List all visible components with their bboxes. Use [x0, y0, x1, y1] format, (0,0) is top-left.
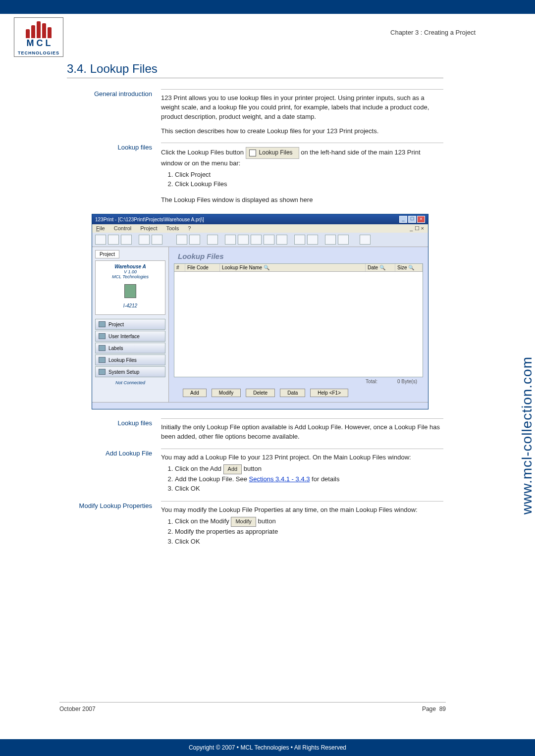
tool-new-icon[interactable] — [95, 235, 106, 245]
right-panel: Lookup Files # File Code Lookup File Nam… — [169, 247, 428, 402]
page-footer: October 2007 Page 89 — [59, 702, 446, 712]
col-code[interactable]: File Code — [185, 264, 220, 271]
mdi-controls[interactable]: _ ☐ × — [410, 225, 424, 232]
add-steps: Click on the Add Add button Add the Look… — [175, 464, 443, 494]
nav-labels[interactable]: Labels — [95, 343, 165, 353]
minimize-icon[interactable]: _ — [399, 216, 407, 223]
project-company: MCL Technologies — [97, 274, 164, 279]
btn-add[interactable]: Add — [183, 389, 207, 397]
label-add: Add Lookup File — [67, 449, 161, 457]
add-li2: Add the Lookup File. See Sections 3.4.1 … — [175, 475, 443, 484]
list-icon — [99, 357, 106, 363]
main-content: 3.4. Lookup Files General introduction 1… — [67, 62, 443, 554]
sections-link[interactable]: Sections 3.4.1 - 3.4.3 — [249, 475, 310, 483]
general-p2: This section describes how to create Loo… — [161, 127, 443, 136]
table-buttons: Add Modify Delete Data Help <F1> — [174, 386, 423, 399]
toolbar — [92, 233, 428, 247]
menu-tools[interactable]: Tools — [166, 225, 179, 232]
tool-clock-icon[interactable] — [294, 235, 305, 245]
btn-help[interactable]: Help <F1> — [310, 389, 348, 397]
label-general: General introduction — [67, 89, 161, 98]
chapter-header: Chapter 3 : Creating a Project — [390, 29, 476, 36]
menu-bar: File Control Project Tools ? _ ☐ × — [92, 224, 428, 233]
row-add: Add Lookup File You may add a Lookup Fil… — [67, 449, 443, 494]
btn-data[interactable]: Data — [280, 389, 305, 397]
col-size[interactable]: Size 🔍 — [395, 264, 423, 271]
tool-print-icon[interactable] — [152, 235, 162, 245]
label-lookup2: Lookup files — [67, 418, 161, 427]
modify-li3: Click OK — [175, 537, 443, 547]
project-name: Warehouse A — [97, 264, 164, 269]
lookup1-after: The Lookup Files window is displayed as … — [161, 196, 443, 205]
mcl-logo: M C L TECHNOLOGIES — [14, 17, 63, 57]
nav-lookup-files[interactable]: Lookup Files — [95, 354, 165, 365]
section-heading: 3.4. Lookup Files — [67, 62, 443, 78]
copyright-bar: Copyright © 2007 • MCL Technologies • Al… — [0, 739, 535, 756]
nav-system-setup[interactable]: System Setup — [95, 366, 165, 377]
footer-date: October 2007 — [59, 706, 96, 712]
tool-send2-icon[interactable] — [189, 235, 200, 245]
tool-d-icon[interactable] — [264, 235, 274, 245]
list-icon — [249, 150, 256, 156]
tool-screen-icon[interactable] — [307, 235, 318, 245]
modify-li1: Click on the Modify Modify button — [175, 517, 443, 527]
col-name[interactable]: Lookup File Name 🔍 — [220, 264, 366, 271]
lookup1-steps: Click Project Click Lookup Files — [175, 170, 443, 190]
nav-project[interactable]: Project — [95, 319, 165, 330]
lookup1-li1: Click Project — [175, 170, 443, 180]
tool-send-icon[interactable] — [176, 235, 187, 245]
btn-delete[interactable]: Delete — [246, 389, 275, 397]
lookup1-lead: Click the Lookup Files button Lookup Fil… — [161, 147, 443, 168]
total-value: 0 Byte(s) — [397, 379, 417, 384]
col-date[interactable]: Date 🔍 — [366, 264, 395, 271]
tool-save-icon[interactable] — [121, 235, 132, 245]
printer-model: I-4212 — [97, 303, 164, 308]
project-info-box: Warehouse A V 1.00 MCL Technologies I-42… — [95, 260, 165, 315]
tool-c-icon[interactable] — [251, 235, 262, 245]
menu-project[interactable]: Project — [140, 225, 157, 232]
search-icon[interactable]: 🔍 — [379, 265, 385, 270]
tool-a-icon[interactable] — [225, 235, 236, 245]
total-row: Total: 0 Byte(s) — [174, 377, 423, 386]
tool-open-icon[interactable] — [108, 235, 119, 245]
project-tab[interactable]: Project — [95, 250, 119, 258]
row-general: General introduction 123 Print allows yo… — [67, 89, 443, 136]
tool-help-icon[interactable] — [360, 235, 371, 245]
maximize-icon[interactable]: ☐ — [408, 216, 416, 223]
tool-b-icon[interactable] — [238, 235, 249, 245]
btn-modify[interactable]: Modify — [212, 389, 241, 397]
tool-grid-icon[interactable] — [276, 235, 287, 245]
tool-connect-icon[interactable] — [139, 235, 150, 245]
search-icon[interactable]: 🔍 — [264, 265, 269, 270]
modify-steps: Click on the Modify Modify button Modify… — [175, 517, 443, 547]
label-icon — [99, 345, 106, 351]
footer-page: Page 89 — [422, 706, 446, 712]
menu-file[interactable]: File — [96, 225, 105, 232]
nav-user-interface[interactable]: User Interface — [95, 331, 165, 342]
tool-wand-icon[interactable] — [207, 235, 218, 245]
add-button-inline[interactable]: Add — [223, 464, 242, 474]
tool-stop-icon[interactable] — [325, 235, 336, 245]
app-screenshot: 123Print - [C:\123Print\Projects\Warehou… — [92, 214, 428, 409]
logo-sub-text: TECHNOLOGIES — [17, 50, 60, 55]
menu-control[interactable]: Control — [114, 225, 131, 232]
project-version: V 1.00 — [97, 269, 164, 274]
col-num[interactable]: # — [174, 264, 185, 271]
tool-play-icon[interactable] — [338, 235, 349, 245]
lookup1-li2: Click Lookup Files — [175, 180, 443, 189]
connection-status: Not Connected — [95, 380, 165, 385]
lookup-table: # File Code Lookup File Name 🔍 Date 🔍 Si… — [174, 263, 423, 377]
close-icon[interactable]: × — [417, 216, 425, 223]
general-p1: 123 Print allows you to use lookup files… — [161, 94, 443, 122]
lookup-files-button-inline[interactable]: Lookup Files — [246, 147, 299, 158]
menu-help[interactable]: ? — [188, 225, 191, 232]
top-bar — [0, 0, 535, 14]
search-icon[interactable]: 🔍 — [408, 265, 414, 270]
left-nav: Project User Interface Labels Lookup Fil… — [95, 319, 165, 377]
modify-p: You may modify the Lookup File Propertie… — [161, 505, 443, 515]
modify-button-inline[interactable]: Modify — [231, 517, 256, 527]
modify-li2: Modify the properties as appropriate — [175, 527, 443, 537]
row-lookup1: Lookup files Click the Lookup Files butt… — [67, 143, 443, 205]
label-modify: Modify Lookup Properties — [67, 501, 161, 509]
window-titlebar: 123Print - [C:\123Print\Projects\Warehou… — [92, 214, 428, 224]
